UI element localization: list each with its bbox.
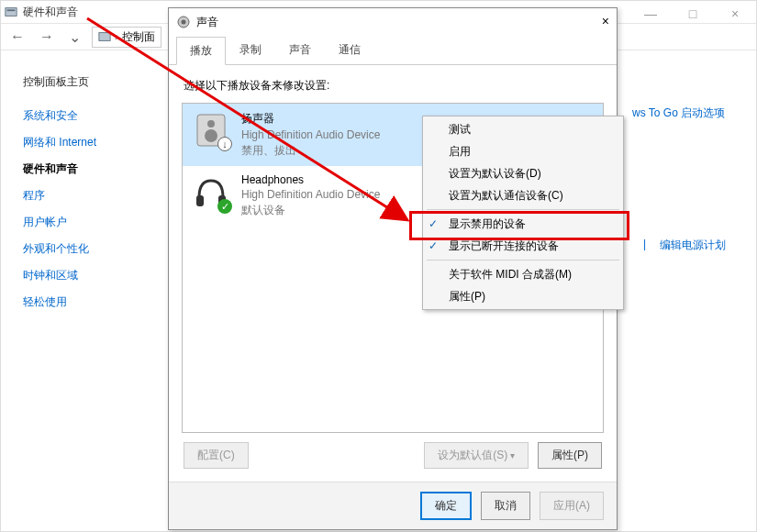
svg-rect-0 [6,8,17,17]
ctx-set-default-device[interactable]: 设置为默认设备(D) [423,162,623,184]
dlg-tabs: 播放 录制 声音 通信 [169,36,617,65]
tab-sounds[interactable]: 声音 [275,36,325,64]
dlg-lower-buttons: 配置(C) 设为默认值(S) 属性(P) [182,433,604,472]
minimize-button[interactable]: — [629,1,672,27]
headphones-icon: ✓ [192,173,230,212]
sidebar-item-users[interactable]: 用户帐户 [23,209,142,236]
breadcrumb[interactable]: › 控制面 [92,27,161,48]
link-edit-power-plan[interactable]: 编辑电源计划 [660,238,726,253]
forward-button[interactable]: → [36,28,58,45]
disabled-badge-icon: ↓ [217,137,232,151]
ctx-set-default-comm[interactable]: 设置为默认通信设备(C) [423,184,623,206]
check-icon: ✓ [429,239,438,252]
tab-playback[interactable]: 播放 [176,37,226,65]
dlg-instruction: 选择以下播放设备来修改设置: [184,78,602,94]
set-default-button[interactable]: 设为默认值(S) [424,442,529,469]
location-icon [98,30,111,43]
callout-box [409,211,629,240]
device-text: 扬声器 High Definition Audio Device 禁用、拔出 [241,111,380,159]
default-badge-icon: ✓ [217,199,232,214]
svg-point-4 [182,20,186,25]
dlg-title-bar: 声音 × [169,8,617,36]
svg-point-7 [205,129,217,142]
sidebar-item-programs[interactable]: 程序 [23,183,142,209]
speaker-icon: ↓ [192,111,230,150]
device-text: Headphones High Definition Audio Device … [241,173,380,218]
sidebar-item-network[interactable]: 网络和 Internet [23,129,142,156]
cp-window-controls: — □ × [629,1,756,27]
dlg-title: 声音 [196,15,218,30]
ctx-about-midi[interactable]: 关于软件 MIDI 合成器(M) [423,263,623,285]
sidebar-item-hardware-sound[interactable]: 硬件和声音 [23,156,142,183]
sound-icon [176,15,191,29]
cancel-button[interactable]: 取消 [481,492,530,520]
svg-rect-8 [196,195,204,206]
properties-button[interactable]: 属性(P) [538,442,602,469]
device-driver: High Definition Audio Device [241,128,380,141]
link-wtg[interactable]: ws To Go 启动选项 [632,105,725,121]
svg-point-6 [207,120,215,127]
close-button[interactable]: × [714,1,756,27]
svg-rect-2 [99,33,110,41]
ok-button[interactable]: 确定 [420,492,472,520]
configure-button[interactable]: 配置(C) [184,442,249,469]
maximize-button[interactable]: □ [672,1,714,27]
device-name: 扬声器 [241,111,380,127]
sidebar-item-clock[interactable]: 时钟和区域 [23,262,142,289]
tab-recording[interactable]: 录制 [226,36,275,64]
ctx-enable[interactable]: 启用 [423,140,623,162]
cp-icon [5,6,17,18]
device-status: 禁用、拔出 [241,143,380,159]
sidebar-item-appearance[interactable]: 外观和个性化 [23,236,142,262]
device-status: 默认设备 [241,203,380,218]
back-button[interactable]: ← [6,28,28,45]
recent-dropdown[interactable]: ⌄ [65,28,84,46]
sidebar-item-ease[interactable]: 轻松使用 [23,289,142,316]
dlg-actions: 确定 取消 应用(A) [169,482,617,529]
cp-sidebar: 控制面板主页 系统和安全 网络和 Internet 硬件和声音 程序 用户帐户 … [23,69,142,316]
sidebar-item-system[interactable]: 系统和安全 [23,103,142,129]
ctx-separator [427,209,619,210]
ctx-separator [427,260,619,260]
ctx-properties[interactable]: 属性(P) [423,285,623,307]
apply-button[interactable]: 应用(A) [540,492,604,520]
ctx-test[interactable]: 测试 [423,118,623,140]
device-name: Headphones [241,173,380,186]
device-driver: High Definition Audio Device [241,188,380,201]
svg-rect-1 [7,9,16,11]
tab-comm[interactable]: 通信 [325,36,374,64]
breadcrumb-text: 控制面 [122,29,155,45]
cp-title: 硬件和声音 [23,5,78,20]
dlg-close-button[interactable]: × [602,14,609,28]
sidebar-home[interactable]: 控制面板主页 [23,69,142,95]
